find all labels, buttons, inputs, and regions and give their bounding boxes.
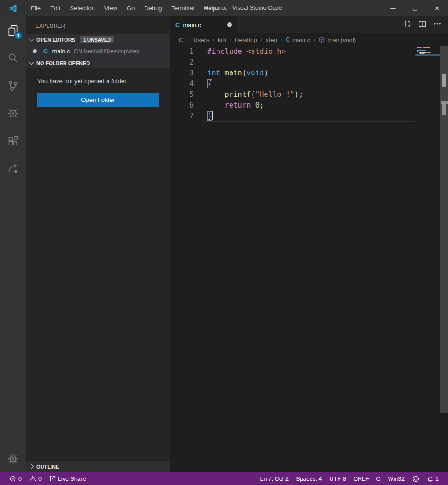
menu-item-debug[interactable]: Debug [139, 0, 166, 16]
status-item-win32[interactable]: Win32 [384, 472, 408, 485]
breadcrumb-separator: › [187, 36, 191, 44]
breadcrumb-item[interactable]: main(void) [317, 36, 357, 43]
status-item-bell[interactable]: 1 [423, 472, 442, 485]
minimap[interactable] [415, 46, 440, 60]
window-title: ● main.c - Visual Studio Code [205, 0, 282, 16]
menu-item-file[interactable]: File [26, 0, 45, 16]
unsaved-dot-icon[interactable] [227, 22, 232, 27]
open-folder-button[interactable]: Open Folder [37, 93, 159, 107]
title-bar: FileEditSelectionViewGoDebugTerminalHelp… [0, 0, 448, 16]
status-item-warning[interactable]: 0 [25, 472, 45, 485]
breadcrumb-item[interactable]: Users [192, 36, 210, 43]
line-number: 1 [170, 46, 194, 57]
code-line[interactable]: 7} [170, 111, 448, 122]
menu-item-selection[interactable]: Selection [65, 0, 99, 16]
split-editor-icon[interactable] [418, 20, 426, 30]
editor-group: C main.c [170, 16, 448, 472]
outline-header[interactable]: OUTLINE [26, 461, 170, 472]
status-bar-right: Ln 7, Col 2Spaces: 4UTF-8CRLFCWin321 [256, 472, 442, 485]
breadcrumb-label: main.c [292, 36, 310, 43]
status-label: UTF-8 [330, 476, 346, 482]
breadcrumb-label: Users [193, 36, 209, 43]
code-editor[interactable]: 1#include <stdio.h>23int main(void)4{5 p… [170, 46, 448, 472]
menu-item-view[interactable]: View [100, 0, 122, 16]
search-icon[interactable] [0, 44, 26, 72]
maximize-button[interactable]: □ [404, 0, 426, 16]
code-line[interactable]: 4{ [170, 79, 448, 89]
breadcrumb-label: step [266, 36, 277, 43]
c-file-icon: C [286, 36, 290, 43]
status-item-error[interactable]: 0 [6, 472, 25, 485]
menu-item-edit[interactable]: Edit [45, 0, 65, 16]
code-line-content: return 0; [207, 100, 264, 111]
source-control-icon[interactable] [0, 72, 26, 99]
code-line-content: int main(void) [207, 68, 268, 79]
extensions-icon[interactable] [0, 127, 26, 154]
more-actions-icon[interactable] [433, 20, 441, 30]
breadcrumb-label: main(void) [327, 36, 356, 43]
status-item-smiley[interactable] [408, 472, 423, 485]
explorer-sidebar: EXPLORER OPEN EDITORS 1 UNSAVED C main.c… [26, 16, 170, 472]
status-label: CRLF [354, 476, 369, 482]
status-item-utf-8[interactable]: UTF-8 [326, 472, 350, 485]
code-line[interactable]: 2 [170, 57, 448, 68]
open-editors-header[interactable]: OPEN EDITORS 1 UNSAVED [26, 34, 170, 45]
breadcrumb-label: killi [218, 36, 226, 43]
editor-scrollbar[interactable] [440, 46, 448, 413]
breadcrumb-item[interactable]: Desktop [233, 36, 259, 43]
breadcrumb-separator: › [280, 36, 283, 44]
open-changes-icon[interactable] [403, 20, 412, 30]
minimize-button[interactable]: ─ [382, 0, 404, 16]
status-item-ln-7-col-2[interactable]: Ln 7, Col 2 [256, 472, 292, 485]
status-item-crlf[interactable]: CRLF [350, 472, 373, 485]
explorer-icon[interactable]: 1 [0, 16, 26, 44]
debug-icon[interactable] [0, 99, 26, 127]
live-share-icon[interactable] [0, 154, 26, 182]
chevron-right-icon [29, 464, 34, 469]
tab-main-c[interactable]: C main.c [170, 16, 237, 33]
no-folder-label: NO FOLDER OPENED [36, 60, 90, 66]
code-lines[interactable]: 1#include <stdio.h>23int main(void)4{5 p… [170, 46, 448, 122]
sidebar-title: EXPLORER [26, 16, 170, 34]
code-line[interactable]: 5 printf("Hello !"); [170, 89, 448, 100]
open-editors-label: OPEN EDITORS [36, 37, 75, 43]
chevron-down-icon [29, 37, 34, 42]
c-file-icon: C [43, 48, 48, 55]
code-line-content: { [207, 79, 212, 89]
code-line-content: printf("Hello !"); [207, 89, 303, 100]
breadcrumb-item[interactable]: C: [177, 36, 186, 43]
scrollbar-decoration [442, 104, 446, 115]
menu-item-go[interactable]: Go [122, 0, 139, 16]
status-bar-left: 00Live Share [6, 472, 90, 485]
breadcrumb-separator: › [312, 36, 316, 44]
unsaved-count-badge: 1 UNSAVED [80, 36, 114, 43]
open-editor-file-name: main.c [52, 48, 70, 55]
status-label: Win32 [388, 476, 405, 482]
breadcrumb-item[interactable]: Cmain.c [284, 36, 311, 43]
breadcrumb-item[interactable]: step [264, 36, 279, 43]
status-item-c[interactable]: C [373, 472, 384, 485]
status-label: C [376, 476, 381, 482]
status-item-spaces-4[interactable]: Spaces: 4 [292, 472, 326, 485]
no-folder-header[interactable]: NO FOLDER OPENED [26, 58, 170, 68]
open-editor-item-main-c[interactable]: C main.c C:\Users\killi\Desktop\step [26, 45, 170, 58]
tab-bar: C main.c [170, 16, 448, 33]
code-line[interactable]: 1#include <stdio.h> [170, 46, 448, 57]
close-button[interactable]: ✕ [426, 0, 448, 16]
code-line[interactable]: 3int main(void) [170, 68, 448, 79]
live-share-icon [49, 475, 56, 482]
vscode-logo-icon [0, 4, 26, 13]
menu-item-terminal[interactable]: Terminal [166, 0, 199, 16]
unsaved-dot-icon[interactable] [33, 49, 37, 53]
no-folder-message: You have not yet opened a folder. [37, 78, 159, 85]
code-line[interactable]: 6 return 0; [170, 100, 448, 111]
breadcrumb-item[interactable]: killi [217, 36, 228, 43]
status-label: 1 [435, 476, 439, 482]
editor-actions [403, 16, 448, 33]
explorer-badge: 1 [14, 32, 22, 39]
settings-gear-icon[interactable] [0, 445, 26, 472]
breadcrumb-separator: › [229, 36, 232, 44]
scrollbar-decoration [442, 74, 446, 87]
error-icon [9, 475, 16, 482]
status-item-live-share[interactable]: Live Share [45, 472, 90, 485]
